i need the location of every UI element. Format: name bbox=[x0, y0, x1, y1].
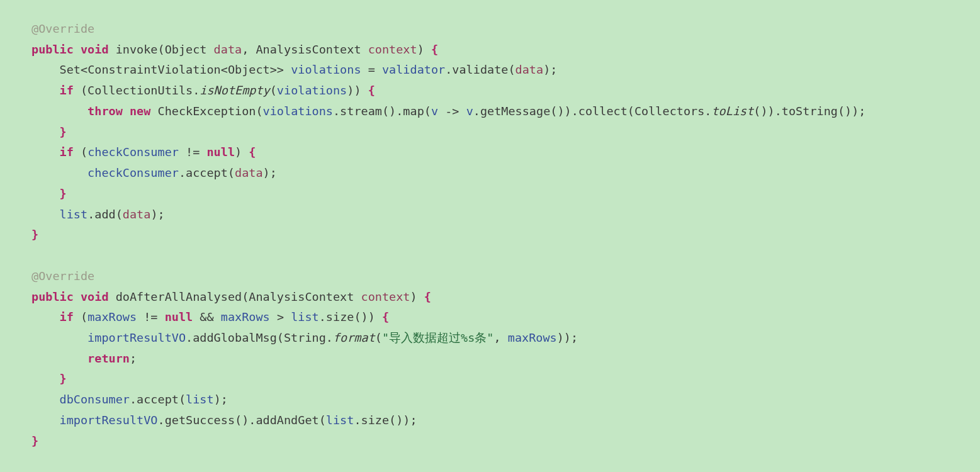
code-line[interactable]: if (maxRows != null && maxRows > list.si… bbox=[6, 307, 974, 328]
token: ()).toString()); bbox=[753, 104, 865, 118]
token: .getSuccess().addAndGet( bbox=[158, 413, 326, 427]
token bbox=[74, 43, 81, 56]
token: { bbox=[249, 145, 256, 159]
token: @Override bbox=[31, 269, 94, 283]
token bbox=[123, 104, 130, 118]
indent bbox=[31, 166, 87, 179]
token: .size()) bbox=[319, 310, 382, 323]
token: throw bbox=[87, 104, 123, 118]
indent bbox=[31, 104, 87, 118]
token: Object bbox=[228, 63, 270, 76]
token: } bbox=[60, 187, 67, 200]
token: ConstraintViolation bbox=[87, 63, 221, 76]
code-line[interactable]: checkConsumer.accept(data); bbox=[6, 163, 974, 184]
indent bbox=[31, 310, 60, 323]
token: ( bbox=[74, 145, 87, 159]
code-line[interactable]: } bbox=[6, 369, 974, 390]
token: .size()); bbox=[354, 413, 417, 427]
token: if bbox=[60, 310, 74, 323]
token: > bbox=[270, 310, 291, 323]
token: ); bbox=[543, 63, 557, 76]
indent bbox=[31, 84, 60, 97]
token: .getMessage()).collect(Collectors. bbox=[473, 104, 712, 118]
token: importResultVO bbox=[60, 413, 158, 427]
indent bbox=[31, 372, 60, 385]
code-line[interactable]: if (checkConsumer != null) { bbox=[6, 142, 974, 163]
code-line[interactable]: importResultVO.addGlobalMsg(String.forma… bbox=[6, 328, 974, 349]
code-line[interactable]: return; bbox=[6, 349, 974, 369]
token: new bbox=[130, 104, 150, 118]
token: list bbox=[60, 208, 88, 221]
token: Set bbox=[60, 63, 81, 76]
token: ( bbox=[158, 43, 165, 56]
code-line[interactable]: public void invoke(Object data, Analysis… bbox=[6, 40, 974, 60]
token: invoke bbox=[116, 43, 158, 56]
token: } bbox=[31, 228, 38, 241]
code-editor[interactable]: @Overridepublic void invoke(Object data,… bbox=[0, 0, 980, 472]
token: CheckException( bbox=[150, 104, 262, 118]
token: if bbox=[60, 145, 74, 159]
indent bbox=[31, 125, 60, 138]
token: ) bbox=[235, 145, 249, 159]
token: context bbox=[361, 290, 410, 303]
token: .stream().map( bbox=[333, 104, 431, 118]
token: < bbox=[81, 63, 87, 76]
code-line[interactable]: } bbox=[6, 122, 974, 143]
token: ( bbox=[375, 331, 382, 344]
token: data bbox=[515, 63, 544, 76]
code-line[interactable]: if (CollectionUtils.isNotEmpty(violation… bbox=[6, 81, 974, 101]
token: ( bbox=[270, 84, 277, 97]
token: Object bbox=[165, 43, 214, 56]
code-line[interactable]: @Override bbox=[6, 266, 974, 287]
indent bbox=[31, 187, 60, 200]
token: != bbox=[137, 310, 165, 323]
token: ( bbox=[242, 290, 249, 303]
code-line[interactable]: importResultVO.getSuccess().addAndGet(li… bbox=[6, 410, 974, 431]
code-line[interactable]: list.add(data); bbox=[6, 205, 974, 225]
token: violations bbox=[263, 104, 333, 118]
code-line[interactable]: throw new CheckException(violations.stre… bbox=[6, 101, 974, 122]
token: list bbox=[291, 310, 319, 323]
code-line[interactable] bbox=[6, 245, 974, 266]
code-line[interactable]: public void doAfterAllAnalysed(AnalysisC… bbox=[6, 287, 974, 308]
token: maxRows bbox=[221, 310, 270, 323]
code-line[interactable]: @Override bbox=[6, 19, 974, 40]
token: .add( bbox=[87, 208, 123, 221]
token: format bbox=[333, 331, 375, 344]
token: { bbox=[424, 290, 431, 303]
token bbox=[109, 43, 116, 56]
token: >> bbox=[270, 63, 291, 76]
token: = bbox=[361, 63, 382, 76]
token: @Override bbox=[31, 22, 94, 35]
code-line[interactable]: } bbox=[6, 431, 974, 452]
token: < bbox=[221, 63, 228, 76]
token: } bbox=[60, 372, 67, 385]
token: data bbox=[214, 43, 242, 56]
token: v bbox=[431, 104, 438, 118]
token: maxRows bbox=[508, 331, 557, 344]
token: && bbox=[193, 310, 221, 323]
token: dbConsumer bbox=[60, 393, 130, 406]
token: public bbox=[31, 290, 74, 303]
token: list bbox=[326, 413, 354, 427]
code-line[interactable]: } bbox=[6, 184, 974, 205]
code-line[interactable]: dbConsumer.accept(list); bbox=[6, 390, 974, 410]
token: } bbox=[31, 434, 38, 447]
token: checkConsumer bbox=[87, 166, 179, 179]
token: null bbox=[165, 310, 193, 323]
token: importResultVO bbox=[87, 331, 186, 344]
token: )) bbox=[347, 84, 368, 97]
token: , bbox=[242, 43, 256, 56]
token: list bbox=[186, 393, 214, 406]
token: )); bbox=[557, 331, 578, 344]
code-line[interactable]: } bbox=[6, 225, 974, 245]
token: .validate( bbox=[445, 63, 515, 76]
token: violations bbox=[291, 63, 361, 76]
token: .accept( bbox=[130, 393, 186, 406]
code-line[interactable]: Set<ConstraintViolation<Object>> violati… bbox=[6, 60, 974, 81]
token: "导入数据超过%s条" bbox=[382, 331, 494, 344]
token: ); bbox=[263, 166, 277, 179]
token: public bbox=[31, 43, 74, 56]
indent bbox=[31, 393, 60, 406]
token: doAfterAllAnalysed bbox=[116, 290, 242, 303]
